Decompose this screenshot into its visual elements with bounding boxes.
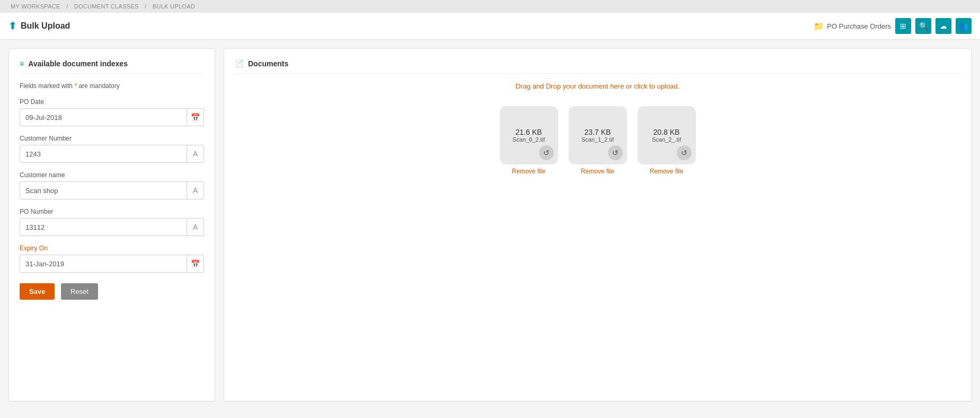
file-thumbnail-0[interactable]: 21.6 KB Scan_0_2.tif ↺: [500, 106, 558, 164]
customer-name-field: Customer name A: [20, 171, 204, 199]
right-panel: 📄 Documents Drag and Drop your document …: [224, 48, 972, 402]
po-date-calendar-icon[interactable]: 📅: [187, 109, 204, 126]
list-icon: ≡: [20, 59, 24, 68]
po-number-auto-icon[interactable]: A: [187, 219, 204, 236]
grid-view-button[interactable]: ⊞: [895, 18, 911, 34]
breadcrumb-item-docclasses[interactable]: DOCUMENT CLASSES: [74, 3, 139, 10]
file-thumbnail-2[interactable]: 20.8 KB Scan_2_.tif ↺: [638, 106, 696, 164]
breadcrumb-item-workspace[interactable]: MY WORKSPACE: [11, 3, 60, 10]
breadcrumb-separator2: /: [145, 3, 148, 10]
file-card-0: 21.6 KB Scan_0_2.tif ↺ Remove file: [500, 106, 558, 175]
file-size-1: 23.7 KB: [585, 128, 611, 136]
file-overlay-0: ↺: [539, 145, 554, 160]
po-label-text: PO Purchase Orders: [827, 22, 891, 30]
search-icon: 🔍: [919, 22, 928, 30]
file-card-1: 23.7 KB Scan_1_2.tif ↺ Remove file: [569, 106, 627, 175]
breadcrumb: MY WORKSPACE / DOCUMENT CLASSES / BULK U…: [0, 0, 980, 13]
left-panel-title-text: Available document indexes: [28, 59, 128, 68]
main-content: ≡ Available document indexes Fields mark…: [0, 40, 980, 410]
grid-icon: ⊞: [900, 22, 906, 30]
po-number-input[interactable]: [20, 220, 187, 235]
po-number-label: PO Number: [20, 208, 204, 215]
expiry-on-input[interactable]: [20, 256, 187, 272]
users-icon: 👥: [959, 22, 968, 30]
breadcrumb-separator: /: [66, 3, 70, 10]
remove-file-2[interactable]: Remove file: [650, 168, 683, 175]
page-title: Bulk Upload: [21, 21, 70, 31]
app-header: ⬆ Bulk Upload 📁 PO Purchase Orders ⊞ 🔍 ☁…: [0, 13, 980, 40]
customer-name-auto-icon[interactable]: A: [187, 182, 204, 199]
file-size-2: 20.8 KB: [654, 128, 680, 136]
file-thumbnail-1[interactable]: 23.7 KB Scan_1_2.tif ↺: [569, 106, 627, 164]
form-buttons: Save Reset: [20, 283, 204, 300]
reset-button[interactable]: Reset: [61, 283, 98, 300]
po-label: 📁 PO Purchase Orders: [814, 21, 891, 31]
po-date-label: PO Date: [20, 98, 204, 106]
file-size-0: 21.6 KB: [516, 128, 542, 136]
search-button[interactable]: 🔍: [915, 18, 931, 34]
save-button[interactable]: Save: [20, 283, 55, 300]
customer-number-input[interactable]: [20, 146, 187, 162]
remove-file-1[interactable]: Remove file: [581, 168, 614, 175]
right-panel-title-text: Documents: [248, 59, 288, 68]
customer-name-label: Customer name: [20, 171, 204, 179]
remove-file-0[interactable]: Remove file: [512, 168, 545, 175]
right-panel-title: 📄 Documents: [235, 59, 960, 74]
file-overlay-1: ↺: [608, 145, 623, 160]
asterisk: *: [74, 82, 77, 90]
folder-icon: 📁: [814, 21, 824, 31]
file-card-2: 20.8 KB Scan_2_.tif ↺ Remove file: [638, 106, 696, 175]
expiry-on-input-wrapper: 📅: [20, 255, 204, 273]
po-date-field: PO Date 📅: [20, 98, 204, 126]
upload-button[interactable]: ☁: [935, 18, 951, 34]
customer-number-input-wrapper: A: [20, 145, 204, 163]
po-number-field: PO Number A: [20, 208, 204, 236]
po-date-input-wrapper: 📅: [20, 108, 204, 126]
bulk-upload-icon: ⬆: [8, 20, 16, 32]
files-grid: 21.6 KB Scan_0_2.tif ↺ Remove file 23.7 …: [235, 101, 960, 180]
left-panel-title: ≡ Available document indexes: [20, 59, 204, 74]
po-date-input[interactable]: [20, 110, 187, 125]
file-name-1: Scan_1_2.tif: [581, 136, 614, 143]
customer-number-field: Customer Number A: [20, 135, 204, 163]
mandatory-note: Fields marked with * are mandatory: [20, 82, 204, 90]
customer-name-input-wrapper: A: [20, 181, 204, 199]
left-panel: ≡ Available document indexes Fields mark…: [8, 48, 215, 402]
breadcrumb-item-bulkupload: BULK UPLOAD: [153, 3, 195, 10]
header-title-group: ⬆ Bulk Upload: [8, 20, 70, 32]
documents-icon: 📄: [235, 59, 244, 68]
file-name-0: Scan_0_2.tif: [513, 136, 545, 143]
customer-number-label: Customer Number: [20, 135, 204, 142]
expiry-on-field: Expiry On 📅: [20, 245, 204, 273]
file-name-2: Scan_2_.tif: [652, 136, 681, 143]
file-overlay-2: ↺: [677, 145, 692, 160]
cloud-upload-icon: ☁: [940, 22, 947, 30]
expiry-on-label: Expiry On: [20, 245, 204, 252]
users-button[interactable]: 👥: [956, 18, 972, 34]
customer-name-input[interactable]: [20, 183, 187, 198]
header-actions: 📁 PO Purchase Orders ⊞ 🔍 ☁ 👥: [814, 18, 972, 34]
drop-zone-text[interactable]: Drag and Drop your document here or clic…: [235, 82, 960, 90]
po-number-input-wrapper: A: [20, 218, 204, 236]
customer-number-auto-icon[interactable]: A: [187, 145, 204, 162]
expiry-on-calendar-icon[interactable]: 📅: [187, 255, 204, 272]
